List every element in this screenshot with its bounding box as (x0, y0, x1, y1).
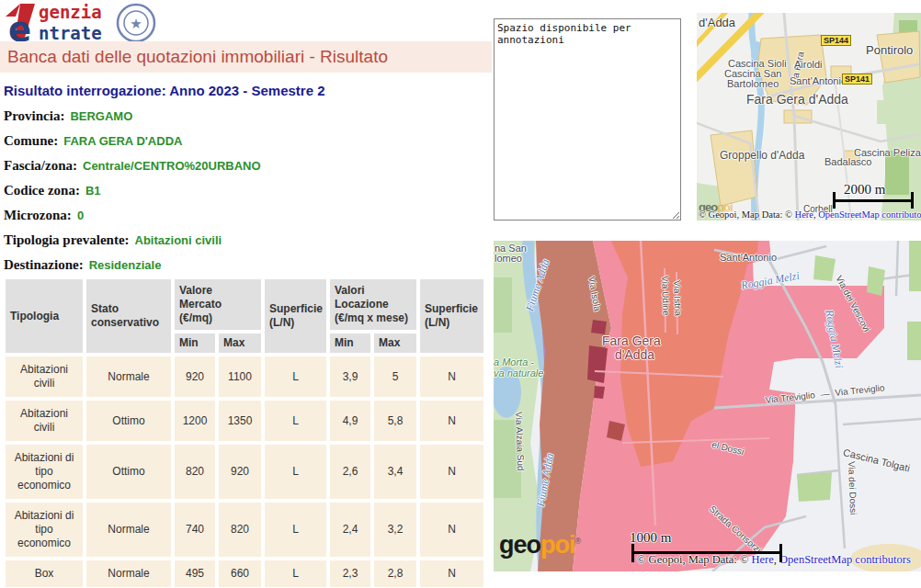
cell: Normale (86, 356, 171, 397)
map-attribution: © Geopoi, Map Data: © Here, OpenStreetMa… (699, 209, 921, 220)
field-value: Centrale/CENTRO%20URBANO (83, 159, 261, 173)
field-label: Codice zona: (4, 183, 80, 198)
cell: L (265, 560, 326, 587)
cell: 820 (219, 503, 261, 557)
cell: Abitazioni civili (6, 401, 83, 441)
cell: 1350 (219, 401, 261, 441)
field-value: Residenziale (89, 258, 162, 272)
cell: 1200 (175, 401, 215, 441)
col-min: Min (330, 334, 370, 353)
cell: N (420, 401, 483, 441)
cell: 820 (175, 445, 215, 499)
cell: 495 (175, 560, 215, 587)
quotazioni-table: Tipologia Stato conservativo Valore Merc… (2, 276, 487, 588)
cell: Abitazioni di tipo economico (6, 445, 83, 499)
field-destinazione: Destinazione:Residenziale (4, 252, 482, 277)
map-label-bartolomeo-clipped: lomeo (495, 253, 522, 264)
map-label-groppello: Groppello d'Adda (720, 149, 804, 162)
field-fascia-zona: Fascia/zona:Centrale/CENTRO%20URBANO (4, 153, 482, 177)
road-badge-sp144: SP144 (821, 35, 851, 46)
field-value: FARA GERA D'ADDA (63, 134, 182, 148)
field-value: BERGAMO (70, 109, 132, 123)
cell: Abitazioni di tipo economico (6, 503, 83, 557)
page: e genzia ntrate ★ Banca dati delle quota… (0, 0, 921, 588)
col-max: Max (374, 334, 416, 353)
svg-text:e: e (8, 10, 31, 44)
road-dash: — (820, 389, 830, 400)
field-value: Abitazioni civili (135, 233, 222, 247)
cell: 920 (175, 356, 215, 397)
table-row: Abitazioni civiliNormale9201100L3,95N (6, 356, 483, 397)
zone-map-canvas (494, 241, 921, 571)
geopoi-poi: poi (540, 531, 575, 559)
map-label-airoldi: Airoldi (794, 59, 823, 70)
col-superficie-2: Superficie (L/N) (420, 279, 483, 353)
field-label: Provincia: (4, 108, 64, 123)
map-label-pontirolo: Pontirolo (866, 43, 913, 57)
map-label-dadda: d'Adda (699, 16, 735, 29)
geopoi-geo: geo (499, 531, 540, 559)
cell: 2,8 (374, 560, 416, 587)
cell: 3,9 (330, 356, 370, 397)
cell: L (265, 503, 326, 557)
col-max: Max (219, 334, 261, 353)
here-link[interactable]: Here (795, 209, 813, 220)
field-comune: Comune:FARA GERA D'ADDA (4, 128, 482, 153)
cell: 2,6 (330, 445, 370, 499)
map-label-badalasco: Badalasco (824, 156, 871, 167)
result-fields: Provincia:BERGAMO Comune:FARA GERA D'ADD… (4, 103, 482, 277)
map-label-via-alzaia-sud: Via Alzaia Sud (514, 412, 526, 471)
col-tipologia: Tipologia (6, 279, 83, 353)
italy-emblem-icon: ★ (118, 5, 154, 41)
field-label: Tipologia prevalente: (4, 232, 130, 247)
cell: 2,3 (330, 560, 370, 587)
agenzia-entrate-logo-icon: e genzia ntrate ★ (6, 2, 171, 44)
page-title-banner: Banca dati delle quotazioni immobiliari … (0, 41, 492, 73)
cell: Normale (86, 560, 171, 587)
cell: Ottimo (86, 445, 171, 499)
cell: 1100 (219, 356, 261, 397)
field-value: 0 (77, 209, 84, 222)
col-valore-mercato: Valore Mercato (€/mq) (175, 279, 261, 330)
osm-link[interactable]: OpenStreetMap contributors (779, 553, 911, 566)
cell: L (265, 356, 326, 397)
cell: 3,4 (374, 445, 416, 499)
cell: 5 (374, 356, 416, 397)
cell: 3,2 (374, 503, 416, 557)
map-label-via-udine: Via Udine (660, 276, 672, 316)
field-provincia: Provincia:BERGAMO (4, 103, 482, 128)
field-codice-zona: Codice zona:B1 (4, 177, 482, 202)
field-label: Fascia/zona: (4, 158, 77, 173)
cell: N (420, 445, 483, 499)
cell: Normale (86, 503, 171, 557)
scale-bar (631, 544, 782, 562)
table-row: Abitazioni di tipo economicoNormale74082… (6, 503, 483, 557)
cell: Abitazioni civili (6, 356, 83, 397)
field-microzona: Microzona:0 (4, 202, 482, 227)
osm-link[interactable]: OpenStreetMap contributors (818, 209, 921, 220)
table-row: BoxNormale495660L2,32,8N (6, 560, 483, 587)
svg-text:ntrate: ntrate (39, 23, 102, 43)
annotations-textarea[interactable]: Spazio disponibile per annotazioni (494, 18, 681, 220)
agenzia-entrate-logo: e genzia ntrate ★ (6, 2, 171, 44)
field-label: Comune: (4, 133, 58, 148)
scale-bar (833, 192, 914, 209)
geopoi-logo: geopoi® (499, 531, 581, 560)
map-label-bartolomeo: Bartolomeo (727, 78, 779, 89)
cell: L (265, 445, 326, 499)
map-label-via-istria: Via Istria (672, 280, 683, 316)
zone-map[interactable]: na San lomeo Fiume Adda Fiume Adda Via A… (494, 241, 921, 571)
map-label-fara-gera: Fara Gera (602, 334, 661, 348)
map-label-naturale-clipped: va naturale (494, 368, 543, 379)
cell: Box (6, 560, 83, 587)
field-label: Microzona: (4, 208, 72, 222)
map-label-fara-gera-dadda: Fara Gera d'Adda (746, 92, 848, 107)
map-label-sant-antonio: Sant'Antonio (720, 252, 777, 263)
cell: N (420, 356, 483, 397)
overview-map[interactable]: d'Adda Via Fara Airoldi SP144 Pontirolo … (697, 13, 921, 220)
cell: 4,9 (330, 401, 370, 441)
map-label-morta-clipped: a Morta - (494, 356, 534, 368)
attribution-text: © Geopoi, Map Data: © (699, 209, 795, 220)
cell: N (420, 560, 483, 587)
cell: Ottimo (86, 401, 171, 441)
